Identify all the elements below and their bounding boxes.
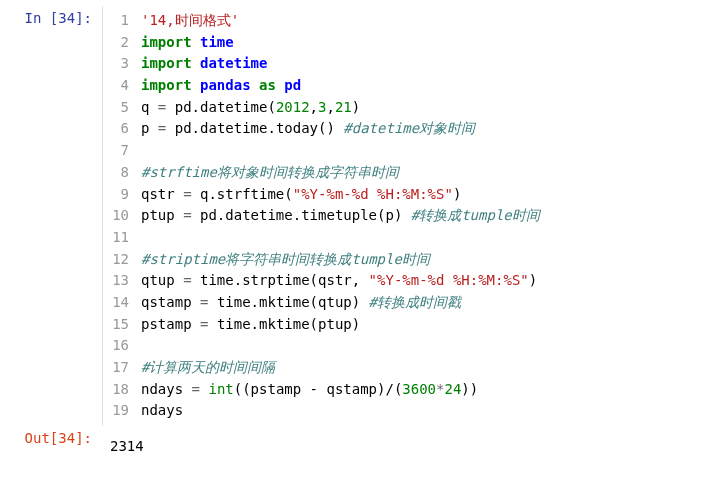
code-op: =: [149, 120, 174, 136]
code-comment: #striptime将字符串时间转换成tumple时间: [141, 251, 430, 267]
code-var: ndays: [141, 402, 183, 418]
code-keyword: import: [141, 77, 192, 93]
line-number-gutter: 12345678910111213141516171819: [103, 6, 135, 426]
code-call: time.mktime(ptup): [217, 316, 360, 332]
code-var: ptup: [141, 207, 175, 223]
code-var: qstamp: [141, 294, 192, 310]
code-number: 3600: [402, 381, 436, 397]
code-keyword: as: [259, 77, 276, 93]
code-module: pandas: [200, 77, 251, 93]
code-string: "%Y-%m-%d %H:%M:%S": [293, 186, 453, 202]
code-call: pd.datetime(: [175, 99, 276, 115]
code-comment: #转换成tumple时间: [411, 207, 540, 223]
code-string: '14,时间格式': [141, 12, 239, 28]
input-cell: In [34]: 12345678910111213141516171819 '…: [10, 6, 705, 426]
code-op: =: [175, 272, 200, 288]
code-call: pd.datetime.timetuple(p): [200, 207, 411, 223]
code-number: 24: [444, 381, 461, 397]
code-builtin: int: [208, 381, 233, 397]
code-string: "%Y-%m-%d %H:%M:%S": [369, 272, 529, 288]
code-module: datetime: [200, 55, 267, 71]
code-number: 21: [335, 99, 352, 115]
code-var: ndays: [141, 381, 183, 397]
code-comment: #strftime将对象时间转换成字符串时间: [141, 164, 399, 180]
code-comment: #datetime对象时间: [343, 120, 475, 136]
code-var: qstr: [141, 186, 175, 202]
code-comment: #转换成时间戳: [369, 294, 461, 310]
code-call: time.mktime(qtup): [217, 294, 369, 310]
code-op: =: [192, 316, 217, 332]
code-call: time.strptime(qstr,: [200, 272, 369, 288]
output-value: 2314: [102, 426, 144, 454]
input-prompt: In [34]:: [10, 6, 102, 426]
code-module: time: [200, 34, 234, 50]
code-editor[interactable]: '14,时间格式' import time import datetime im…: [135, 6, 705, 426]
code-call: q.strftime(: [200, 186, 293, 202]
code-var: pstamp: [141, 316, 192, 332]
code-keyword: import: [141, 55, 192, 71]
output-cell: Out[34]: 2314: [10, 426, 705, 454]
code-comment: #计算两天的时间间隔: [141, 359, 275, 375]
code-var: qtup: [141, 272, 175, 288]
code-keyword: import: [141, 34, 192, 50]
code-op: =: [192, 294, 217, 310]
code-op: =: [183, 381, 208, 397]
code-call: pd.datetime.today(): [175, 120, 344, 136]
code-op: =: [175, 207, 200, 223]
code-number: 2012: [276, 99, 310, 115]
output-prompt: Out[34]:: [10, 426, 102, 454]
code-op: =: [149, 99, 174, 115]
code-alias: pd: [284, 77, 301, 93]
code-op: =: [175, 186, 200, 202]
code-area[interactable]: 12345678910111213141516171819 '14,时间格式' …: [102, 6, 705, 426]
